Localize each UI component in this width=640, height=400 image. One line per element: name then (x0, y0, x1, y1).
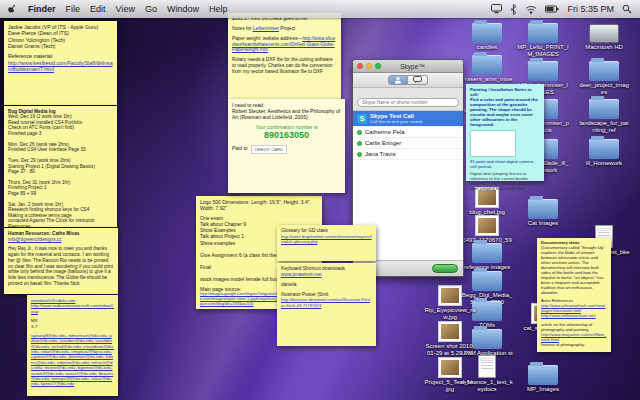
desktop-icon[interactable]: Project_5_Teal_bk.jpg (424, 354, 476, 392)
contact-row[interactable]: Catherine Pela (353, 127, 463, 138)
desktop-icon[interactable]: landscape_for_painting_ref (578, 96, 630, 133)
contacts-tab[interactable] (388, 75, 408, 85)
note-text: Notes for (232, 26, 253, 31)
bluetooth-icon[interactable] (510, 4, 517, 15)
minimize-button[interactable] (366, 63, 372, 69)
desktop-icon-label: Cat Images (517, 220, 569, 227)
battery-icon[interactable] (545, 5, 559, 13)
sticky-note-bug-log[interactable]: Bug Digital Media log Wed, Dec 19 (2 wor… (4, 106, 117, 227)
sticky-note-emails[interactable]: woodwork@ndafx.com http://www.radicasmas… (27, 295, 118, 396)
online-status-icon (357, 130, 362, 135)
reference-link[interactable]: http://www.keslbesid.com/FacultyStaff/ds… (8, 60, 113, 73)
folder-icon (589, 139, 619, 159)
desktop-icon-label: Macintosh HD (578, 44, 630, 51)
sticky-note-painting[interactable]: Painting / Installation Notes to self: P… (466, 84, 544, 181)
skype-search-bar (353, 88, 463, 111)
folder-icon (528, 365, 558, 385)
zoom-button[interactable] (375, 63, 381, 69)
desktop-icon[interactable]: reference images (461, 240, 513, 271)
skype-test-call-icon: S (357, 114, 367, 124)
glossary-link[interactable]: http://store.brightonline.com/onlinestor… (281, 234, 372, 244)
note-text: (Documentary called "Straight Up" explor… (541, 246, 607, 296)
image-file-icon (438, 357, 462, 378)
note-text: Project (279, 26, 295, 31)
note-text: Pick a color and paint around the compos… (470, 97, 540, 127)
menu-clock[interactable]: Fri 5:35 PM (567, 4, 614, 14)
note-text: Inverse of photography: (541, 343, 607, 348)
folder-icon (472, 55, 502, 75)
folder-icon (472, 243, 502, 263)
folder-icon (589, 99, 619, 119)
sticky-note-hr[interactable]: Human Resources: Cathe Misas info@dgreen… (4, 228, 118, 294)
confirmation-number: 890163050 (232, 130, 341, 141)
wifi-icon[interactable] (525, 5, 537, 14)
desktop-icon-label: Project_5_Teal_bk.jpg (424, 379, 476, 392)
search-input[interactable] (357, 98, 459, 107)
folder-icon (528, 61, 558, 81)
desktop-icon[interactable]: Rip_Eyepicview_raw.jpg (424, 282, 476, 320)
apple-menu-icon[interactable] (8, 3, 18, 15)
menu-item-help[interactable]: Help (209, 4, 228, 14)
note-text: Rotary needs a DXF file for the cutting … (232, 57, 337, 75)
desktop-icon-label: landscape_for_painting_ref (578, 120, 630, 133)
menu-item-view[interactable]: View (116, 4, 135, 14)
menu-item-finder[interactable]: Finder (28, 4, 56, 14)
desktop-icon[interactable]: MP_Lello_PRINT_IM_IMAGES (517, 20, 569, 57)
sticky-note-shortcuts[interactable]: Keyboard Shortcut downloads www.jonastro… (277, 263, 376, 346)
url-link[interactable]: http://www.radicasmaswersoft.com/ndow2.a… (31, 303, 114, 314)
menu-item-go[interactable]: Go (145, 4, 157, 14)
desktop-icon-label: candles (461, 44, 513, 51)
display-icon[interactable] (491, 4, 502, 14)
note-text: MX 3-7 (31, 318, 114, 329)
note-text: Robert Stecker, Aesthetics and the Philo… (232, 108, 341, 120)
poster-link[interactable]: http://blusteon.deviantart.com/art/Illus… (281, 297, 372, 307)
paid-value: CREDIT CARD (251, 145, 288, 154)
project-link[interactable]: Leibenmiser (253, 26, 279, 31)
note-text: Paper weight: website address—http://www… (232, 36, 337, 54)
desktop-icon[interactable]: candles (461, 20, 513, 51)
skype-titlebar[interactable]: Skype™ (353, 60, 463, 73)
skype-toolbar (353, 73, 463, 88)
desktop: { "menu_bar": { "app_name": "Finder", "i… (0, 0, 640, 400)
conversations-tab[interactable] (408, 75, 428, 85)
hard-drive-icon (589, 24, 619, 43)
desktop-icon[interactable]: ill_Homework (578, 136, 630, 167)
online-status-icon (357, 152, 362, 157)
desktop-icon-label: MP_Lello_PRINT_IM_IMAGES (517, 44, 569, 57)
call-button[interactable] (432, 264, 458, 273)
desktop-icon[interactable]: MP_Images (517, 362, 569, 393)
sticky-note-reading[interactable]: I need to read: Robert Stecker, Aestheti… (228, 99, 345, 193)
online-status-icon (357, 141, 362, 146)
desktop-icon[interactable]: Screen shot 2010-01-29 at 5.29 PM (424, 318, 476, 356)
folder-icon (528, 23, 558, 43)
desktop-icon[interactable]: Macintosh HD (578, 20, 630, 51)
close-button[interactable] (357, 63, 363, 69)
contact-name: Jana Travis (365, 151, 396, 157)
note-title: Painting / Installation Notes to self: (470, 87, 540, 97)
window-title: Skype™ (384, 63, 441, 70)
spotlight-icon[interactable] (622, 4, 632, 14)
note-text: 91 point and shoot digital camera self p… (470, 159, 540, 169)
sticky-note-glossary[interactable]: Glossary for GD class http://store.brigh… (277, 225, 376, 261)
image-file-icon (438, 321, 462, 342)
contact-row[interactable]: Carlis Eringer (353, 138, 463, 149)
sticky-note-contacts[interactable]: Jackie Jacobs (VP of ITS - Apple Guru) D… (4, 21, 117, 105)
menu-item-edit[interactable]: Edit (90, 4, 106, 14)
sticky-note-documentary[interactable]: Documentary ideas (Documentary called "S… (537, 238, 611, 352)
menu-item-window[interactable]: Window (167, 4, 199, 14)
menu-bar: Finder File Edit View Go Window Help Fri… (0, 0, 640, 18)
note-text: Hey Ray Jr., It was nice to meet you and… (8, 246, 114, 286)
menu-item-file[interactable]: File (66, 4, 81, 14)
note-text: Paper weight: website address— (232, 36, 302, 41)
sticky-note-checks[interactable]: $391.17 from 1st check goes to me. Notes… (228, 13, 341, 106)
contact-row-test-call[interactable]: S Skype Test Call Call this to test your… (353, 111, 463, 127)
contact-row[interactable]: Jana Travis (353, 149, 463, 160)
desktop-icon-label: ill_Homework (578, 160, 630, 167)
note-text: Logo 500 Dimensions: Length: 19.5", Heig… (200, 199, 318, 211)
folder-icon (472, 301, 502, 321)
note-text: Wed, Dec 19 (2 work time 1hr) Read tutor… (8, 114, 113, 239)
folder-icon (472, 329, 502, 349)
desktop-icon[interactable]: deer_project_images (578, 58, 630, 95)
desktop-icon[interactable]: Cat Images (517, 196, 569, 227)
folder-icon (472, 271, 502, 291)
